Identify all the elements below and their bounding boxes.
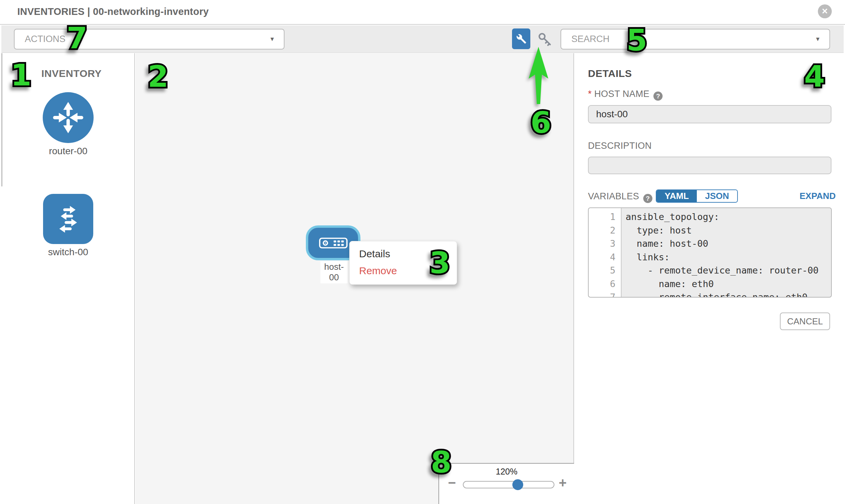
expand-link[interactable]: EXPAND: [799, 191, 835, 201]
host-icon: [319, 238, 348, 249]
description-field[interactable]: [588, 157, 831, 174]
host-name-field[interactable]: host-00: [588, 105, 831, 123]
editor-line: 2 type: host: [589, 224, 831, 237]
cancel-button[interactable]: CANCEL: [780, 312, 830, 330]
zoom-out-button[interactable]: −: [448, 476, 456, 489]
zoom-in-button[interactable]: +: [559, 476, 567, 489]
zoom-slider-thumb[interactable]: [512, 479, 523, 490]
zoom-control: 120% − +: [438, 463, 574, 504]
key-button[interactable]: [536, 31, 553, 47]
host-name-label: HOST NAME: [594, 89, 650, 99]
sidebar-item-router[interactable]: router-00: [1, 92, 135, 157]
key-icon: [537, 31, 552, 47]
description-label: DESCRIPTION: [588, 141, 652, 151]
switch-icon: [51, 201, 86, 237]
switch-badge: [43, 194, 93, 244]
host-node-label: host-00: [320, 261, 348, 283]
host-name-value: host-00: [596, 109, 628, 120]
sidebar-item-switch[interactable]: switch-00: [1, 194, 135, 257]
router-icon: [50, 99, 87, 136]
switch-label: switch-00: [1, 247, 135, 257]
menu-item-details[interactable]: Details: [359, 248, 390, 259]
page-title: INVENTORIES | 00-networking-inventory: [17, 6, 209, 17]
chevron-down-icon: ▼: [815, 36, 821, 43]
variables-format-toggle: YAML JSON: [656, 190, 738, 203]
host-name-row: *HOST NAME?: [588, 89, 663, 101]
variables-label: VARIABLES: [588, 191, 639, 201]
editor-line: 6 name: eth0: [589, 277, 831, 291]
editor-line: 4 links:: [589, 251, 831, 264]
tab-json[interactable]: JSON: [697, 190, 737, 202]
toolbar: ACTIONS ▼ SEARCH ▼: [1, 25, 844, 53]
variables-row: VARIABLES?: [588, 191, 652, 203]
close-icon[interactable]: ✕: [818, 4, 832, 18]
editor-line: 3 name: host-00: [589, 237, 831, 251]
router-label: router-00: [1, 146, 135, 157]
help-icon[interactable]: ?: [653, 91, 663, 101]
required-marker: *: [588, 89, 592, 99]
details-panel: DETAILS *HOST NAME? host-00 DESCRIPTION …: [575, 53, 845, 504]
chevron-down-icon: ▼: [269, 36, 275, 43]
search-dropdown-label: SEARCH: [571, 34, 610, 44]
wrench-icon: [516, 34, 527, 44]
actions-dropdown[interactable]: ACTIONS ▼: [14, 29, 284, 50]
zoom-level: 120%: [439, 467, 574, 476]
topology-canvas[interactable]: host-00 Details Remove 120% − +: [136, 53, 574, 504]
zoom-slider-track[interactable]: [463, 481, 554, 488]
editor-line: 7 remote_interface_name: eth0: [589, 290, 831, 298]
inventory-heading: INVENTORY: [41, 68, 102, 79]
node-context-menu: Details Remove: [349, 241, 457, 285]
inventory-sidebar: INVENTORY router-00: [1, 53, 135, 504]
help-icon[interactable]: ?: [643, 194, 652, 203]
variables-editor[interactable]: 1ansible_topology: 2 type: host 3 name: …: [588, 208, 832, 298]
editor-line: 5 - remote_device_name: router-00: [589, 264, 831, 277]
actions-dropdown-label: ACTIONS: [25, 34, 66, 44]
router-badge: [43, 92, 93, 143]
details-heading: DETAILS: [588, 68, 632, 79]
search-dropdown[interactable]: SEARCH ▼: [561, 29, 830, 50]
tools-button[interactable]: [512, 29, 530, 49]
page-header: INVENTORIES | 00-networking-inventory ✕: [0, 0, 845, 25]
menu-item-remove[interactable]: Remove: [359, 265, 397, 276]
editor-line: 1ansible_topology:: [589, 210, 831, 224]
app-window: INVENTORIES | 00-networking-inventory ✕ …: [0, 0, 845, 504]
tab-yaml[interactable]: YAML: [656, 190, 697, 202]
